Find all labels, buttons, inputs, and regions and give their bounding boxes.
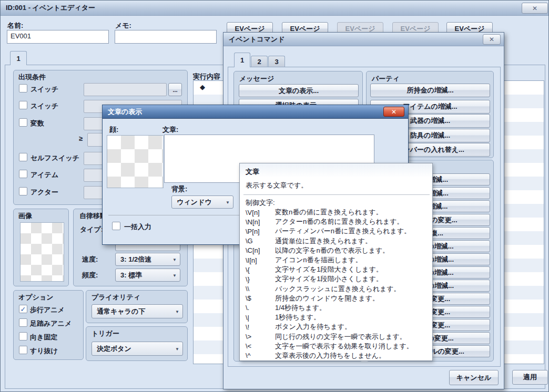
control-char-code: \$	[246, 294, 275, 302]
control-char-row: \$所持金のウィンドウを開きます。	[246, 294, 431, 303]
through-checkbox[interactable]	[19, 346, 27, 354]
control-char-code: \!	[246, 323, 275, 331]
self-switch-checkbox[interactable]	[19, 153, 27, 161]
text-help-tooltip: 文章 表示する文章です。 制御文字: \V[n]変数n番の値に置き換えられます。…	[239, 163, 433, 361]
trigger-value: 決定ボタン	[97, 344, 131, 354]
control-char-desc: 同じ行の残りの文字を一瞬で表示します。	[275, 332, 406, 342]
control-char-code: \<	[246, 342, 275, 350]
control-char-desc: 文字サイズを1段階小さくします。	[275, 274, 383, 284]
control-char-row: \G通貨単位に置き換えられます。	[246, 236, 431, 246]
move-freq-select[interactable]: 3: 標準 ▼	[115, 269, 180, 282]
item-checkbox[interactable]	[19, 170, 27, 178]
move-speed-label: 速度:	[82, 255, 98, 264]
control-char-desc: 1秒待ちます。	[275, 313, 320, 322]
check-icon: ✓	[21, 306, 26, 313]
background-select[interactable]: ウィンドウ ▼	[171, 195, 233, 209]
show-text-titlebar[interactable]: 文章の表示	[103, 105, 408, 119]
close-icon: ✕	[532, 5, 537, 12]
face-picker[interactable]	[107, 135, 164, 188]
control-char-code: \P[n]	[246, 228, 275, 235]
actor-checkbox[interactable]	[19, 187, 27, 195]
exec-first-line[interactable]: ◆	[200, 83, 205, 91]
control-char-code: \^	[246, 352, 275, 359]
control-char-desc: 文字サイズを1段階大きくします。	[275, 265, 383, 274]
control-char-code: \N[n]	[246, 218, 275, 226]
control-char-row: \V[n]変数n番の値に置き換えられます。	[246, 208, 431, 217]
close-button[interactable]: ✕	[522, 3, 548, 14]
control-char-code: \>	[246, 333, 275, 341]
name-label: 名前:	[7, 21, 23, 30]
direction-fix-label: 向き固定	[30, 333, 57, 342]
command-tab-3[interactable]: 3	[268, 56, 285, 67]
image-group: 画像	[13, 209, 69, 286]
control-char-row: \{文字サイズを1段階大きくします。	[246, 265, 431, 274]
face-label: 顔:	[109, 125, 118, 135]
control-char-row: \>同じ行の残りの文字を一瞬で表示します。	[246, 332, 431, 341]
event-command-close-button[interactable]: ✕	[483, 34, 501, 45]
event-command-titlebar[interactable]: イベントコマンド	[223, 33, 504, 46]
trigger-group: トリガー 決定ボタン ▼	[86, 326, 188, 361]
memo-input[interactable]	[115, 30, 217, 44]
cancel-button[interactable]: キャンセル	[449, 370, 499, 385]
change-gold-button[interactable]: 所持金の増減...	[370, 84, 490, 97]
switch1-label: スイッチ	[30, 85, 58, 94]
show-text-close-button[interactable]: ✕	[383, 107, 404, 117]
control-char-row: \P[n]パーティメンバーn番に置き換えられます。	[246, 226, 431, 236]
control-char-row: \C[n]以降の文字をn番の色で表示します。	[246, 246, 431, 255]
show-text-title: 文章の表示	[108, 107, 142, 117]
control-characters-label: 制御文字:	[246, 198, 275, 208]
actor-label: アクター	[30, 188, 58, 197]
background-label: 背景:	[171, 184, 187, 194]
control-char-desc: パーティメンバーn番に置き換えられます。	[275, 226, 411, 236]
image-picker[interactable]	[20, 222, 64, 282]
control-char-row: \.1/4秒待ちます。	[246, 303, 431, 313]
switch1-field[interactable]	[84, 83, 167, 96]
control-char-desc: アイコンn番を描画します。	[275, 255, 362, 265]
priority-group: プライオリティ 通常キャラの下 ▼	[86, 290, 188, 323]
variable-checkbox[interactable]	[19, 118, 27, 127]
command-tab-2[interactable]: 2	[251, 56, 268, 67]
show-text-button[interactable]: 文章の表示...	[239, 84, 359, 97]
event-editor-titlebar[interactable]: ID:001 - イベントエディター	[1, 1, 548, 16]
apply-button[interactable]: 適用	[512, 370, 548, 385]
tooltip-description: 表示する文章です。	[246, 181, 308, 190]
command-tab-1[interactable]: 1	[234, 53, 250, 67]
control-char-code: \{	[246, 266, 275, 274]
control-char-desc: 文章表示後の入力待ちをしません。	[275, 351, 385, 360]
chevron-down-icon: ▼	[172, 257, 177, 262]
chevron-down-icon: ▼	[226, 200, 230, 204]
switch2-label: スイッチ	[30, 101, 58, 111]
trigger-header: トリガー	[92, 329, 119, 338]
name-input[interactable]: EV001	[7, 30, 109, 44]
step-anime-checkbox[interactable]	[19, 318, 27, 327]
direction-fix-checkbox[interactable]	[19, 332, 27, 341]
step-anime-label: 足踏みアニメ	[30, 319, 72, 328]
control-char-row: \}文字サイズを1段階小さくします。	[246, 274, 431, 284]
chevron-down-icon: ▼	[175, 346, 179, 351]
control-char-row: \N[n]アクターn番の名前に置き換えられます。	[246, 217, 431, 226]
page-tab-1[interactable]: 1	[10, 51, 27, 65]
control-characters-list: \V[n]変数n番の値に置き換えられます。 \N[n]アクターn番の名前に置き換…	[246, 208, 431, 360]
control-char-code: \I[n]	[246, 256, 275, 264]
switch1-checkbox[interactable]	[19, 84, 27, 92]
control-char-code: \\	[246, 285, 275, 293]
batch-entry-checkbox[interactable]	[112, 222, 120, 230]
switch1-more-button[interactable]: ...	[168, 83, 182, 96]
move-speed-select[interactable]: 3: 1/2倍速 ▼	[115, 253, 180, 266]
switch2-checkbox[interactable]	[19, 101, 27, 109]
tooltip-separator	[243, 194, 430, 195]
party-header: パーティ	[372, 74, 400, 84]
ge-symbol: ≥	[79, 135, 83, 142]
move-type-label: タイプ:	[80, 225, 103, 234]
priority-select[interactable]: 通常キャラの下 ▼	[92, 304, 183, 318]
control-char-row: \<文字を一瞬で表示する効果を取り消します。	[246, 342, 431, 351]
trigger-select[interactable]: 決定ボタン ▼	[92, 342, 183, 356]
control-char-desc: 通貨単位に置き換えられます。	[275, 236, 372, 246]
control-char-code: \|	[246, 314, 275, 322]
control-char-desc: バックスラッシュに置き換えられます。	[275, 284, 401, 294]
item-label: アイテム	[30, 170, 58, 180]
control-char-code: \C[n]	[246, 246, 275, 254]
control-char-row: \I[n]アイコンn番を描画します。	[246, 255, 431, 265]
walk-anime-checkbox[interactable]: ✓	[19, 305, 27, 313]
control-char-code: \.	[246, 304, 275, 312]
